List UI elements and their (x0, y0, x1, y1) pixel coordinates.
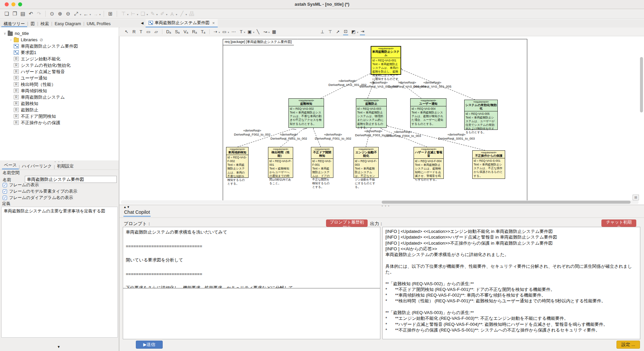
sidebar-tab-4[interactable]: UML Profiles (85, 20, 113, 27)
requirement-box-theft-detection[interactable]: «requirement»盗難検知Id = REQ-VAS-002 Text =… (288, 98, 324, 128)
back-icon[interactable]: ← (83, 11, 89, 17)
prompt-history-area[interactable]: 車両盗難防止システムの要求構造を洗いだいてみて ================… (123, 227, 380, 288)
diagram-canvas[interactable]: req [package] [車両盗難防止システム要件図] ⊞ «deriveR… (119, 36, 644, 205)
save-icon[interactable]: ▤ (20, 11, 26, 17)
expander-closed-icon[interactable]: › (9, 38, 13, 42)
definition-text[interactable]: 車両盗難防止システムの主要な要求事項を定義する図 (1, 207, 118, 338)
requirement-box-engine-start-disable[interactable]: «requirement»エンジン始動不能化Id = REQ-VAS-F-003… (354, 147, 379, 178)
tree-item[interactable]: Rエンジン始動不能化 (0, 56, 119, 62)
horizontal-scrollbar[interactable] (121, 200, 639, 204)
zoom-area-icon[interactable]: ◩ (351, 29, 356, 35)
tree-item[interactable]: R車両傾斜検知 (0, 88, 119, 94)
checkbox-row-frame-name-visible[interactable]: ✓ フレームのダイアグラム名の表示 (3, 195, 73, 200)
checkbox-checked-icon[interactable]: ✓ (3, 183, 7, 187)
tree-item[interactable]: R検出時間（性能） (0, 81, 119, 88)
curve-tool[interactable]: ↝ (263, 29, 268, 35)
trace-tool[interactable]: Tₐ (200, 29, 206, 35)
dropdown-arrow-icon[interactable]: ▾ (253, 31, 254, 34)
rectangle-tool[interactable]: ▭ (222, 29, 227, 35)
tree-item[interactable]: R車両盗難防止システム (0, 94, 119, 100)
sidebar-tab-2[interactable]: 検索 (38, 20, 51, 27)
tab-chat-copilot[interactable]: Chat Copilot (123, 209, 151, 217)
tree-item[interactable]: Rハザード点滅と警報音 (0, 68, 119, 75)
tree-item[interactable]: ∨no_title (0, 30, 119, 37)
tree-item[interactable]: R不正ドア開閉検知 (0, 113, 119, 119)
tree-item[interactable]: R不正操作からの保護 (0, 119, 119, 126)
grid-snap-icon[interactable]: ⊡ (343, 29, 348, 35)
requirement-box-user-notification[interactable]: «requirement»ユーザー通知Id = REQ-VAS-004 Text… (410, 98, 446, 128)
requirement-box-vehicle-tilt-detection[interactable]: «requirement»車両傾斜検知Id = REQ-VAS-F-002 Te… (226, 147, 249, 178)
fit-view-icon[interactable]: ⤢ (73, 11, 79, 17)
tree-item[interactable]: Rユーザー通知 (0, 75, 119, 81)
select-tool[interactable]: ↖ (124, 29, 129, 35)
requirement-tool[interactable]: R (132, 29, 136, 35)
close-tab-icon[interactable]: × (212, 20, 215, 26)
align-horizontal-icon[interactable]: ⊤ (328, 29, 333, 35)
undo-icon[interactable]: ↶ (28, 11, 34, 17)
checkbox-row-frame-type-visible[interactable]: ✓ フレームのモデル要素タイプの表示 (3, 189, 77, 194)
checkbox-row-frame-visible[interactable]: ✓ フレームの表示 (3, 182, 39, 188)
sidebar-tab-1[interactable]: 図 (28, 20, 37, 27)
tree-item[interactable]: Rシステムの有効化/無効化 (0, 62, 119, 68)
note-tool[interactable]: ▱ (154, 29, 159, 35)
requirement-box-detection-time-performance[interactable]: «requirement»検出時間（性能）Id = REQ-VAS-P-001 … (268, 147, 293, 178)
settings-button[interactable]: 設定 ... (616, 341, 640, 349)
prompt-input-area[interactable] (123, 288, 380, 339)
vertical-scrollbar[interactable] (640, 37, 643, 199)
send-button[interactable]: ▶送信 (136, 341, 163, 349)
tree-item[interactable]: R盗難検知 (0, 100, 119, 107)
dropdown-arrow-icon[interactable]: ▾ (357, 31, 358, 34)
tree-item[interactable]: ›Libraries⊘ (0, 37, 119, 43)
dropdown-arrow-icon[interactable]: ▾ (268, 31, 270, 34)
dependency-tool[interactable]: ⇢ (213, 29, 218, 35)
requirement-box-hazard-flash-alarm[interactable]: «requirement»ハザード点滅と警報音Id = REQ-VAS-F-00… (414, 147, 444, 179)
zoom-out-icon[interactable]: ⊖ (65, 11, 71, 17)
sidebar-tab-0[interactable]: 構造ツリー (1, 20, 27, 27)
pointer-target-icon[interactable]: ➚ (335, 29, 340, 35)
sidebar-tab-3[interactable]: Easy Diagram (52, 20, 84, 27)
image-tool[interactable]: ▦ (271, 29, 277, 35)
requirement-box-vehicle-anti-theft-system[interactable]: «requirement»車両盗難防止システムId = REQ-VAS-001 … (371, 46, 401, 75)
panel-resize-icons[interactable]: ▲▼ (123, 205, 130, 209)
prompt-history-reset-button[interactable]: プロンプト履歴初期化 (326, 219, 368, 227)
requirement-box-theft-prevention[interactable]: «requirement»盗難防止Id = REQ-VAS-003 Text =… (356, 98, 387, 128)
derive-reqt-tool[interactable]: Dₐ (166, 29, 172, 35)
property-tab-0[interactable]: ベース (2, 162, 19, 169)
requirement-box-tamper-protection[interactable]: «requirement»不正操作からの保護Id = REQ-VAS-S-001… (472, 150, 505, 179)
expander-open-icon[interactable]: ∨ (3, 32, 7, 35)
dropdown-arrow-icon[interactable]: ▾ (219, 31, 220, 34)
testcase-tool[interactable]: T (139, 29, 143, 35)
checkbox-checked-icon[interactable]: ✓ (3, 196, 7, 200)
diagram-navigator-icon[interactable]: ⊞ (633, 195, 639, 200)
auto-layout-icon[interactable]: ⇥ (360, 29, 365, 35)
chat-reset-button[interactable]: チャット初期化 (601, 219, 636, 227)
dropdown-arrow-icon[interactable]: ▾ (80, 13, 81, 16)
align-vertical-icon[interactable]: ⊥ (320, 29, 325, 35)
checkbox-checked-icon[interactable]: ✓ (3, 189, 7, 194)
refine-tool[interactable]: Rₐ (192, 29, 198, 35)
tree-item[interactable]: 車両盗難防止システム要件図 (0, 43, 119, 49)
dropdown-arrow-icon[interactable]: ▾ (244, 31, 245, 34)
open-icon[interactable]: ❐ (12, 11, 18, 17)
zoom-reset-icon[interactable]: ⊙ (49, 11, 55, 17)
property-tab-2[interactable]: 初期設定 (55, 163, 76, 169)
text-tool[interactable]: T (239, 29, 243, 35)
diagram-editor-icon[interactable]: ⊞ (107, 11, 113, 17)
package-tool[interactable]: ▭ (146, 29, 151, 35)
more-tools-icon[interactable]: ⋯ (231, 29, 236, 35)
horizontal-scrollbar-thumb[interactable] (382, 201, 631, 204)
chat-splitter[interactable]: • • • (382, 204, 390, 208)
requirement-box-system-enable-disable[interactable]: «requirement»システムの有効化/無効化Id = REQ-VAS-00… (464, 100, 498, 130)
property-tab-1[interactable]: ハイパーリンク (20, 163, 54, 169)
tab-diagram[interactable]: 車両盗難防止システム要件図 × (146, 19, 218, 28)
new-file-icon[interactable]: ❏ (4, 11, 10, 17)
vertical-scrollbar-thumb[interactable] (640, 57, 643, 112)
frame-tool[interactable]: ▣ (247, 29, 252, 35)
collapse-panel-icon[interactable]: ◀ (141, 21, 144, 25)
dropdown-arrow-icon[interactable]: ▾ (228, 31, 229, 34)
zoom-in-icon[interactable]: ⊕ (57, 11, 63, 17)
satisfy-tool[interactable]: Sₐ (174, 29, 180, 35)
dropdown-arrow-icon[interactable]: ▾ (90, 13, 91, 16)
scroll-down-icon[interactable]: ▼ (57, 345, 60, 349)
line-tool[interactable]: ╲ (256, 29, 260, 35)
